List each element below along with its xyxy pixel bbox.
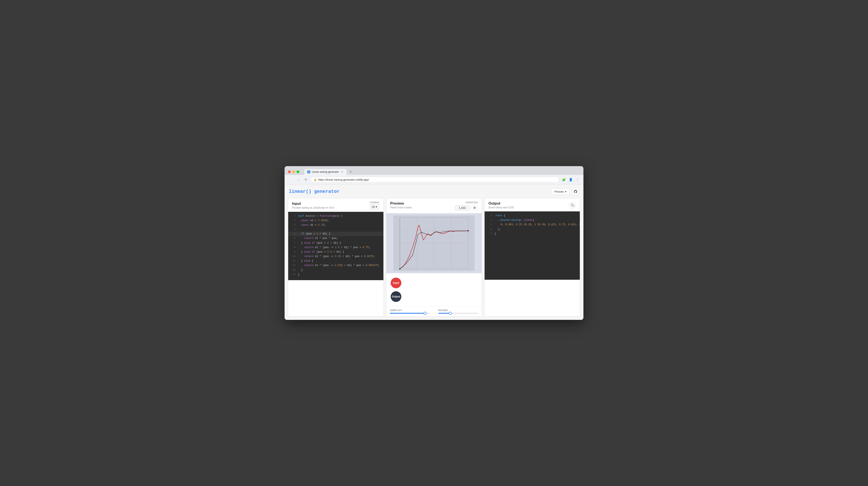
output-panel-title-group: Output Some shiny new CSS! xyxy=(489,201,514,209)
maximize-button[interactable] xyxy=(297,171,299,173)
back-button[interactable]: ← xyxy=(287,177,293,183)
browser-window: ⟳ Linear easing generator ✕ + ← → ↻ 🔒 ht… xyxy=(285,166,583,320)
code-editor[interactable]: 1 self.bounce = function(pos) { 2 const … xyxy=(288,212,383,280)
code-line-2: 2 const n1 = 7.5625; xyxy=(288,218,383,223)
code-line-7: 7 } else if (pos < 2 / d1) { xyxy=(288,241,383,245)
input-panel-title-group: Input Provide easing as JavaScript or SV… xyxy=(292,202,334,209)
svg-rect-1 xyxy=(475,207,475,209)
svg-rect-18 xyxy=(572,205,574,207)
out-line-5: 5 } xyxy=(485,232,580,236)
code-line-12: 12 return n1 * (pos -= 2.625 / d1) * pos… xyxy=(288,263,383,268)
duration-row xyxy=(455,205,478,211)
output-panel-header: Output Some shiny new CSS! xyxy=(485,199,580,211)
code-line-1: 1 self.bounce = function(pos) { xyxy=(288,214,383,218)
extensions-button[interactable]: 🧩 xyxy=(561,177,567,183)
presets-label: Presets xyxy=(554,190,564,193)
menu-button[interactable]: ⋮ xyxy=(575,177,581,183)
profile-button[interactable]: 👤 xyxy=(568,177,574,183)
easing-graph xyxy=(389,215,479,271)
duration-input[interactable] xyxy=(455,205,470,211)
code-line-4: 4 xyxy=(288,227,383,232)
new-tab-button[interactable]: + xyxy=(348,169,354,175)
github-button[interactable] xyxy=(572,188,579,195)
input-panel-title: Input xyxy=(292,202,334,206)
active-tab[interactable]: ⟳ Linear easing generator ✕ xyxy=(304,169,347,175)
app-header: linear() generator Presets ▾ xyxy=(288,188,580,195)
tab-title: Linear easing generator xyxy=(312,171,339,173)
reload-button[interactable]: ↻ xyxy=(303,177,309,183)
duration-label: DURATION xyxy=(466,201,478,204)
output-panel-title: Output xyxy=(489,201,514,206)
svg-rect-0 xyxy=(474,207,474,209)
tab-favicon: ⟳ xyxy=(307,171,310,173)
format-label: FORMAT xyxy=(370,201,379,204)
url-text: https://linear-easing-generator.netlify.… xyxy=(318,178,369,181)
forward-button[interactable]: → xyxy=(295,177,301,183)
simplify-label: SIMPLIFY xyxy=(390,309,430,311)
input-ball: Input xyxy=(391,278,401,288)
traffic-lights xyxy=(288,171,299,173)
play-pause-button[interactable] xyxy=(471,205,478,211)
output-panel-subtitle: Some shiny new CSS! xyxy=(489,206,514,209)
code-line-6: 6 return n1 * pos * pos; xyxy=(288,236,383,241)
pause-icon xyxy=(473,207,476,209)
round-label: ROUND xyxy=(438,309,478,311)
format-selector: FORMAT JS ▾ xyxy=(370,201,379,210)
out-line-2: 2 --bounce-easing: linear( xyxy=(485,218,580,222)
lock-icon: 🔒 xyxy=(314,178,317,181)
animation-preview: Input Output xyxy=(386,273,482,306)
duration-control: DURATION xyxy=(455,201,478,211)
minimize-button[interactable] xyxy=(292,171,295,173)
format-chevron-icon: ▾ xyxy=(376,205,377,208)
close-button[interactable] xyxy=(288,171,291,173)
copy-icon xyxy=(571,204,574,207)
header-actions: Presets ▾ xyxy=(551,188,579,195)
simplify-slider-group: SIMPLIFY xyxy=(390,309,430,314)
round-slider-group: ROUND xyxy=(438,309,478,314)
github-icon xyxy=(574,190,578,193)
tab-close-button[interactable]: ✕ xyxy=(341,171,344,173)
tab-bar: ⟳ Linear easing generator ✕ + xyxy=(304,169,573,175)
panels-container: Input Provide easing as JavaScript or SV… xyxy=(288,198,580,316)
preview-panel-title-group: Preview Here's how it looks: xyxy=(390,201,412,209)
code-line-10: 10 return n1 * (pos -= 2.25 / d1) * pos … xyxy=(288,254,383,259)
simplify-thumb[interactable] xyxy=(424,312,427,315)
code-line-13: 13 } xyxy=(288,268,383,272)
title-bar: ⟳ Linear easing generator ✕ + xyxy=(285,166,583,175)
simplify-fill xyxy=(390,313,425,314)
copy-button[interactable] xyxy=(569,202,576,209)
presets-button[interactable]: Presets ▾ xyxy=(551,188,570,195)
svg-point-16 xyxy=(467,230,469,232)
round-thumb[interactable] xyxy=(449,312,452,315)
preview-panel-header: Preview Here's how it looks: DURATION xyxy=(386,199,482,213)
url-bar[interactable]: 🔒 https://linear-easing-generator.netlif… xyxy=(311,177,559,183)
preview-panel: Preview Here's how it looks: DURATION xyxy=(386,198,482,316)
output-ball: Output xyxy=(391,291,401,302)
code-line-3: 3 const d1 = 2.75; xyxy=(288,223,383,227)
simplify-slider[interactable] xyxy=(390,313,430,314)
input-panel-subtitle: Provide easing as JavaScript or SVG xyxy=(292,206,334,209)
chevron-down-icon: ▾ xyxy=(565,190,566,193)
code-line-8: 8 return n1 * (pos -= 1.5 / d1) * pos + … xyxy=(288,245,383,250)
output-ball-label: Output xyxy=(392,295,400,298)
preview-panel-subtitle: Here's how it looks: xyxy=(390,206,412,209)
output-panel: Output Some shiny new CSS! 1 :root { xyxy=(485,198,580,316)
format-value: JS xyxy=(372,205,375,208)
output-code: 1 :root { 2 --bounce-easing: linear( 3 0… xyxy=(485,211,580,280)
input-panel: Input Provide easing as JavaScript or SV… xyxy=(288,198,383,316)
input-panel-header: Input Provide easing as JavaScript or SV… xyxy=(288,199,383,212)
code-line-5: 5 if (pos < 1 / d1) { xyxy=(288,232,383,236)
preview-panel-title: Preview xyxy=(390,201,412,206)
app-logo: linear() generator xyxy=(289,189,340,194)
out-line-1: 1 :root { xyxy=(485,214,580,218)
code-line-9: 9 } else if (pos < 2.5 / d1) { xyxy=(288,250,383,254)
input-ball-row: Input xyxy=(391,278,477,288)
nav-actions: 🧩 👤 ⋮ xyxy=(561,177,581,183)
code-line-11: 11 } else { xyxy=(288,259,383,263)
round-slider[interactable] xyxy=(438,313,478,314)
out-line-4: 4 ); xyxy=(485,227,580,232)
graph-container xyxy=(386,213,482,273)
output-ball-row: Output xyxy=(391,291,477,302)
input-ball-label: Input xyxy=(393,281,399,284)
format-select[interactable]: JS ▾ xyxy=(370,204,379,210)
